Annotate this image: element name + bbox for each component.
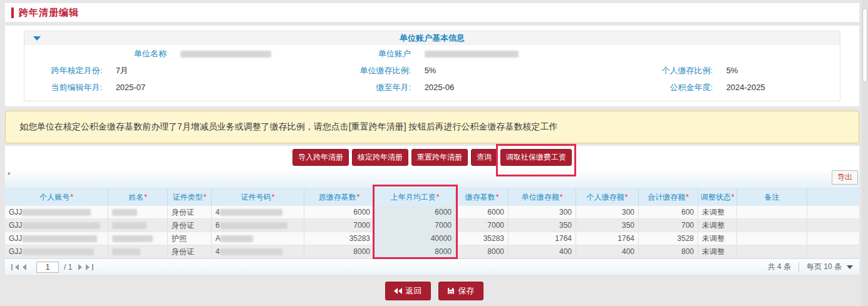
action-button-band: 导入跨年清册 核定跨年清册 重置跨年清册 查询 调取社保缴费工资 bbox=[5, 146, 859, 168]
table-row: GJJ 身份证 6 7000 7000 7000 350 350 700 未调整 bbox=[5, 219, 859, 232]
cell-remark bbox=[737, 232, 807, 245]
vertical-scrollbar[interactable] bbox=[862, 0, 868, 306]
panel-title: 单位账户基本信息 bbox=[24, 31, 840, 45]
redacted-value bbox=[22, 248, 94, 255]
col-header-status: 调整状态* bbox=[698, 188, 737, 206]
prev-page-button[interactable] bbox=[23, 264, 26, 270]
required-note-marker: * bbox=[8, 171, 11, 180]
unit-info-section: 单位账户基本信息 单位名称 单位账户 跨年核定月份: 7月 单位缴存比 bbox=[5, 26, 859, 106]
field-edit-month: 当前编辑年月: 2025-07 bbox=[27, 79, 145, 96]
unit-account-value bbox=[425, 49, 519, 58]
fund-year-label: 公积金年度: bbox=[638, 79, 713, 96]
redacted-value bbox=[220, 248, 282, 255]
next-page-button[interactable] bbox=[78, 264, 82, 270]
first-page-button[interactable] bbox=[11, 264, 19, 270]
cell-filler bbox=[807, 245, 859, 258]
redacted-value bbox=[220, 235, 253, 242]
redacted-value bbox=[112, 235, 153, 242]
unit-info-panel-header: 单位账户基本信息 bbox=[24, 31, 840, 45]
table-row: GJJ 护照 A 35283 40000 35283 1764 1764 352… bbox=[5, 232, 859, 245]
cell-cert-type: 身份证 bbox=[168, 206, 212, 218]
cell-cert-type: 护照 bbox=[168, 232, 212, 245]
back-button[interactable]: 返回 bbox=[385, 282, 431, 300]
cell-name bbox=[108, 245, 168, 258]
personal-ratio-label: 个人缴存比例: bbox=[638, 62, 713, 79]
cell-cert-number: 4 bbox=[212, 206, 304, 218]
last-page-button[interactable] bbox=[86, 264, 93, 270]
edit-month-label: 当前编辑年月: bbox=[27, 79, 102, 96]
scrollbar-thumb[interactable] bbox=[862, 8, 867, 83]
cell-remark bbox=[737, 219, 807, 232]
cell-orig-base: 6000 bbox=[304, 206, 375, 218]
reset-roster-button[interactable]: 重置跨年清册 bbox=[411, 149, 468, 166]
col-header-cert-number: 证件号码* bbox=[212, 188, 304, 206]
cell-total-amount: 700 bbox=[639, 219, 698, 232]
paid-month-value: 2025-06 bbox=[425, 83, 455, 92]
cell-last-year-avg-wage[interactable]: 8000 bbox=[375, 245, 456, 258]
check-month-label: 跨年核定月份: bbox=[27, 62, 102, 79]
cell-cert-type: 身份证 bbox=[168, 245, 212, 258]
redacted-value bbox=[112, 248, 140, 255]
export-button[interactable]: 导出 bbox=[832, 170, 858, 185]
unit-info-panel: 单位账户基本信息 单位名称 单位账户 跨年核定月份: 7月 单位缴存比 bbox=[24, 31, 840, 101]
cell-last-year-avg-wage[interactable]: 40000 bbox=[375, 232, 456, 245]
col-header-personal-amount: 个人缴存额* bbox=[576, 188, 639, 206]
redacted-value bbox=[22, 222, 100, 229]
page-size-select[interactable]: 每页 10 条 bbox=[807, 262, 853, 272]
col-header-personal-account: 个人账号* bbox=[5, 188, 108, 206]
cell-personal-account: GJJ bbox=[5, 245, 108, 258]
page-size-label: 每页 10 条 bbox=[807, 262, 842, 272]
cell-name bbox=[108, 232, 168, 245]
cell-last-year-avg-wage[interactable]: 6000 bbox=[375, 206, 456, 218]
roster-table: 个人账号* 姓名* 证件类型* 证件号码* 原缴存基数* 上年月均工资* 缴存基… bbox=[5, 188, 859, 258]
cell-cert-number: A bbox=[212, 232, 304, 245]
field-unit-account: 单位账户 bbox=[336, 45, 519, 62]
col-header-base: 缴存基数* bbox=[456, 188, 509, 206]
col-header-unit-amount: 单位缴存额* bbox=[509, 188, 576, 206]
total-count-label: 共 4 条 bbox=[768, 262, 791, 272]
cell-cert-number: 6 bbox=[212, 219, 304, 232]
cell-total-amount: 800 bbox=[639, 245, 698, 258]
redacted-value bbox=[112, 209, 137, 216]
save-button[interactable]: 保存 bbox=[438, 282, 483, 300]
cell-unit-amount: 350 bbox=[509, 219, 576, 232]
import-roster-button[interactable]: 导入跨年清册 bbox=[292, 149, 349, 166]
cell-personal-amount: 1764 bbox=[576, 232, 639, 245]
cell-filler bbox=[807, 206, 859, 218]
cell-remark bbox=[737, 206, 807, 218]
info-row-2: 跨年核定月份: 7月 单位缴存比例: 5% 个人缴存比例: 5% bbox=[24, 62, 840, 79]
table-toolbar: * 导出 bbox=[5, 168, 859, 188]
pagination-right: 共 4 条 每页 10 条 bbox=[768, 262, 853, 272]
cell-status: 未调整 bbox=[698, 232, 737, 245]
cell-orig-base: 35283 bbox=[304, 232, 375, 245]
main-section: 导入跨年清册 核定跨年清册 重置跨年清册 查询 调取社保缴费工资 * 导出 个人… bbox=[5, 146, 859, 275]
fetch-social-button-wrap: 调取社保缴费工资 bbox=[500, 149, 572, 166]
cell-personal-amount: 350 bbox=[576, 219, 639, 232]
fund-year-value: 2024-2025 bbox=[726, 83, 765, 92]
redacted-value bbox=[22, 235, 97, 242]
verify-roster-button[interactable]: 核定跨年清册 bbox=[352, 149, 408, 166]
col-header-cert-type: 证件类型* bbox=[168, 188, 212, 206]
page-number-input[interactable] bbox=[36, 262, 59, 273]
pagination-divider bbox=[798, 262, 799, 272]
fetch-social-wage-button[interactable]: 调取社保缴费工资 bbox=[500, 149, 572, 166]
unit-name-label: 单位名称 bbox=[91, 45, 167, 62]
title-accent-bar bbox=[11, 8, 14, 18]
cell-base: 7000 bbox=[456, 219, 509, 232]
prev-page-icon bbox=[23, 264, 26, 270]
unit-account-label: 单位账户 bbox=[336, 45, 411, 62]
cell-last-year-avg-wage[interactable]: 7000 bbox=[375, 219, 456, 232]
unit-ratio-label: 单位缴存比例: bbox=[336, 62, 411, 79]
pagination-bar: / 1 共 4 条 每页 10 条 bbox=[5, 258, 859, 275]
field-unit-name: 单位名称 bbox=[91, 45, 271, 62]
cell-status: 未调整 bbox=[698, 206, 737, 218]
paid-month-label: 缴至年月: bbox=[336, 79, 411, 96]
edit-month-value: 2025-07 bbox=[116, 83, 146, 92]
cross-year-roster-edit-page: 跨年清册编辑 单位账户基本信息 单位名称 单位账户 跨年核定月份: bbox=[0, 0, 868, 306]
field-unit-ratio: 单位缴存比例: 5% bbox=[336, 62, 436, 79]
notice-text: 如您单位在核定公积金缴存基数前办理了7月增减员业务或调整了缴存比例，请您点击[重… bbox=[19, 121, 557, 133]
redacted-unit-name bbox=[180, 51, 271, 58]
field-paid-month: 缴至年月: 2025-06 bbox=[336, 79, 454, 96]
cell-filler bbox=[807, 232, 859, 245]
query-button[interactable]: 查询 bbox=[471, 149, 497, 166]
